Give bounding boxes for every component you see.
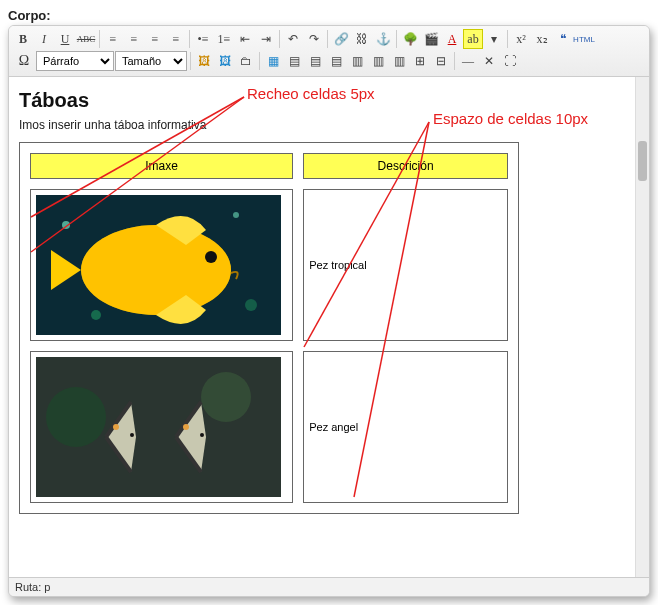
font-color-button[interactable]: A (442, 29, 462, 49)
separator (396, 30, 397, 48)
row-after-button[interactable]: ▤ (305, 51, 325, 71)
bold-button[interactable]: B (13, 29, 33, 49)
scrollbar-thumb[interactable] (638, 141, 647, 181)
svg-point-12 (113, 424, 119, 430)
bullet-list-button[interactable]: •≡ (193, 29, 213, 49)
status-path-label: Ruta: (15, 581, 44, 593)
table-header-desc: Descrición (303, 153, 508, 179)
image-cell (30, 351, 293, 503)
row-delete-button[interactable]: ▤ (326, 51, 346, 71)
row-before-button[interactable]: ▤ (284, 51, 304, 71)
insert-image-button[interactable]: 🖼 (194, 51, 214, 71)
col-before-button[interactable]: ▥ (347, 51, 367, 71)
svg-point-11 (130, 433, 134, 437)
font-size-select[interactable]: Tamaño (115, 51, 187, 71)
separator (189, 30, 190, 48)
format-select[interactable]: Párrafo (36, 51, 114, 71)
svg-point-2 (233, 212, 239, 218)
editor-shell: B I U ABC ≡ ≡ ≡ ≡ •≡ 1≡ ⇤ ⇥ ↶ ↷ 🔗 ⛓ ⚓ 🌳 … (8, 25, 650, 597)
table-row: Pez angel (30, 351, 508, 503)
scrollbar[interactable] (635, 77, 649, 577)
tree-icon[interactable]: 🌳 (400, 29, 420, 49)
image-pez-angel (36, 357, 281, 497)
svg-point-4 (245, 299, 257, 311)
browse-button[interactable]: 🗀 (236, 51, 256, 71)
separator (454, 52, 455, 70)
svg-point-1 (62, 221, 70, 229)
separator (99, 30, 100, 48)
image-cell (30, 189, 293, 341)
indent-button[interactable]: ⇥ (256, 29, 276, 49)
col-after-button[interactable]: ▥ (368, 51, 388, 71)
svg-point-3 (91, 310, 101, 320)
fullscreen-button[interactable]: ⛶ (500, 51, 520, 71)
remove-format-button[interactable]: ✕ (479, 51, 499, 71)
status-path-value[interactable]: p (44, 581, 50, 593)
svg-point-7 (205, 251, 217, 263)
blockquote-button[interactable]: ▾ (484, 29, 504, 49)
svg-point-9 (46, 387, 106, 447)
undo-button[interactable]: ↶ (283, 29, 303, 49)
italic-button[interactable]: I (34, 29, 54, 49)
field-label: Corpo: (8, 8, 650, 23)
svg-point-13 (200, 433, 204, 437)
unlink-button[interactable]: ⛓ (352, 29, 372, 49)
split-cell-button[interactable]: ⊞ (410, 51, 430, 71)
underline-button[interactable]: U (55, 29, 75, 49)
superscript-button[interactable]: x² (511, 29, 531, 49)
desc-cell: Pez angel (303, 351, 508, 503)
demo-table: Imaxe Descrición (19, 142, 519, 514)
toolbar-row-2: Ω Párrafo Tamaño 🖼 🖼 🗀 ▦ ▤ ▤ ▤ ▥ ▥ ▥ ⊞ ⊟… (13, 50, 645, 72)
insert-table-button[interactable]: ▦ (263, 51, 283, 71)
separator (190, 52, 191, 70)
status-bar: Ruta: p (9, 577, 649, 596)
separator (327, 30, 328, 48)
numbered-list-button[interactable]: 1≡ (214, 29, 234, 49)
media-icon[interactable]: 🎬 (421, 29, 441, 49)
table-header-row: Imaxe Descrición (30, 153, 508, 179)
separator (259, 52, 260, 70)
align-justify-button[interactable]: ≡ (166, 29, 186, 49)
quote-button[interactable]: ❝ (553, 29, 573, 49)
toolbar-row-1: B I U ABC ≡ ≡ ≡ ≡ •≡ 1≡ ⇤ ⇥ ↶ ↷ 🔗 ⛓ ⚓ 🌳 … (13, 28, 645, 50)
desc-cell: Pez tropical (303, 189, 508, 341)
separator (279, 30, 280, 48)
table-row: Pez tropical (30, 189, 508, 341)
align-left-button[interactable]: ≡ (103, 29, 123, 49)
anchor-button[interactable]: ⚓ (373, 29, 393, 49)
html-button[interactable]: HTML (574, 29, 594, 49)
editor-content[interactable]: Táboas Imos inserir unha táboa informati… (9, 77, 649, 577)
subscript-button[interactable]: x₂ (532, 29, 552, 49)
table-header-image: Imaxe (30, 153, 293, 179)
special-char-button[interactable]: Ω (13, 51, 35, 71)
redo-button[interactable]: ↷ (304, 29, 324, 49)
insert-media-button[interactable]: 🖼 (215, 51, 235, 71)
highlight-button[interactable]: ab (463, 29, 483, 49)
page-title: Táboas (19, 89, 639, 112)
outdent-button[interactable]: ⇤ (235, 29, 255, 49)
image-pez-tropical (36, 195, 281, 335)
strikethrough-button[interactable]: ABC (76, 29, 96, 49)
link-button[interactable]: 🔗 (331, 29, 351, 49)
align-center-button[interactable]: ≡ (124, 29, 144, 49)
svg-point-6 (81, 225, 231, 315)
svg-point-10 (201, 372, 251, 422)
align-right-button[interactable]: ≡ (145, 29, 165, 49)
horizontal-rule-button[interactable]: — (458, 51, 478, 71)
col-delete-button[interactable]: ▥ (389, 51, 409, 71)
page-subtitle: Imos inserir unha táboa informativa (19, 118, 639, 132)
separator (507, 30, 508, 48)
merge-cell-button[interactable]: ⊟ (431, 51, 451, 71)
toolbar: B I U ABC ≡ ≡ ≡ ≡ •≡ 1≡ ⇤ ⇥ ↶ ↷ 🔗 ⛓ ⚓ 🌳 … (9, 26, 649, 77)
svg-point-14 (183, 424, 189, 430)
